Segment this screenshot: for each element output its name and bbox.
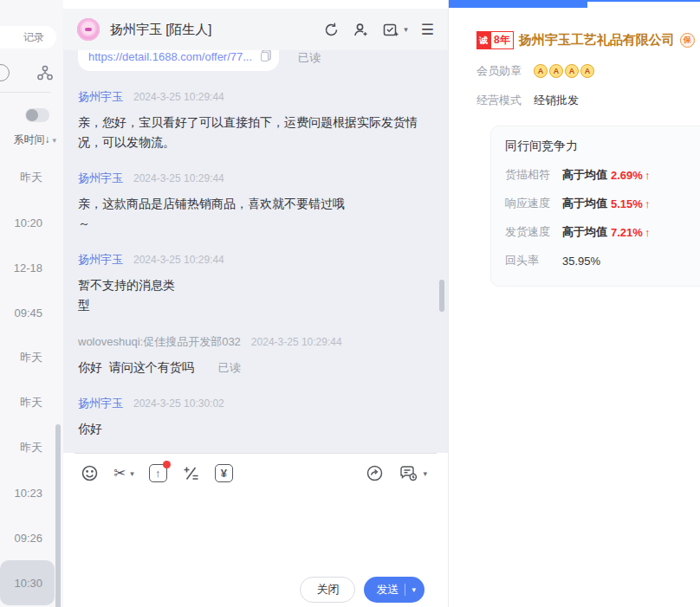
- competition-row: 响应速度 高于均值 5.15% ↑: [505, 196, 696, 211]
- medal-icons: AAAA: [534, 64, 594, 78]
- conversation-time: 09:45: [14, 307, 42, 320]
- upload-file-icon[interactable]: ↑: [149, 464, 167, 482]
- send-button-divider: [405, 584, 405, 596]
- chat-top-strip: [63, 0, 448, 9]
- years-badge-label: 8年: [490, 31, 514, 49]
- conversation-item[interactable]: 09:45: [0, 290, 55, 335]
- close-button-label: 关闭: [316, 582, 339, 597]
- menu-icon[interactable]: ☰: [421, 23, 434, 37]
- conversation-item[interactable]: 昨天: [0, 335, 55, 380]
- competition-title: 同行间竞争力: [505, 139, 696, 154]
- cheng-badge-glyph: 诚: [476, 31, 490, 49]
- message-sender[interactable]: 扬州宇玉: [78, 252, 123, 268]
- message-list: https://detail.1688.com/offer/77... 已读 扬…: [63, 50, 448, 453]
- conversation-time: 10:20: [14, 216, 42, 229]
- conversation-item[interactable]: 09:26: [0, 515, 55, 560]
- message-text: 亲，这款商品是店铺热销商品，喜欢就不要错过哦 ～: [78, 197, 345, 230]
- conversation-time: 10:30: [14, 577, 42, 590]
- metric-value: 5.15%: [611, 197, 643, 210]
- message-time: 2024-3-25 10:29:44: [133, 254, 224, 266]
- message-history-icon[interactable]: [399, 464, 418, 482]
- company-panel: 诚 8年 扬州宇玉工艺礼品有限公司 保 会员勋章 AAAA 经营模式 经销批发 …: [448, 0, 700, 607]
- sidebar-divider: [0, 92, 51, 93]
- medal-row: 会员勋章 AAAA: [476, 63, 700, 79]
- add-person-icon[interactable]: [353, 22, 369, 38]
- chat-title: 扬州宇玉 [陌生人]: [110, 22, 212, 38]
- product-link[interactable]: https://detail.1688.com/offer/77...: [88, 50, 252, 63]
- up-arrow-glyph: ↑: [155, 467, 161, 480]
- message-group: 扬州宇玉 2024-3-25 10:29:44 亲，您好，宝贝看好了可以直接拍下…: [78, 89, 433, 152]
- message-sender[interactable]: 扬州宇玉: [78, 171, 123, 186]
- message-sender[interactable]: woloveshuqi:促佳搜品开发部032: [78, 334, 241, 350]
- forward-send-icon[interactable]: [366, 464, 384, 482]
- message-time: 2024-3-25 10:29:44: [251, 336, 342, 348]
- history-refresh-icon[interactable]: [323, 22, 340, 38]
- metric-prefix: 高于均值: [562, 196, 607, 211]
- conversation-time: 昨天: [20, 350, 42, 365]
- message-time: 2024-3-25 10:29:44: [133, 172, 224, 184]
- conversation-item[interactable]: 昨天: [0, 155, 55, 200]
- message-input[interactable]: [63, 482, 448, 577]
- toggle-knob: [26, 109, 38, 121]
- metric-value: 7.21%: [611, 226, 643, 239]
- app-window: 记录 系时间↓ ▾ 昨天 10:20 1: [0, 0, 700, 607]
- chevron-down-icon[interactable]: ▾: [412, 585, 416, 594]
- mode-value: 经销批发: [534, 93, 579, 108]
- filter-toggle[interactable]: [25, 108, 49, 122]
- sidebar-scrollbar[interactable]: [55, 424, 61, 607]
- close-button[interactable]: 关闭: [300, 577, 355, 603]
- chevron-down-icon[interactable]: ▾: [404, 25, 408, 34]
- chevron-down-icon[interactable]: ▾: [130, 469, 134, 478]
- up-arrow-icon: ↑: [645, 197, 651, 210]
- compose-toolbar: ✂ ▾ ↑ ¥: [63, 454, 448, 482]
- payment-yuan-icon[interactable]: ¥: [215, 464, 233, 482]
- company-row: 诚 8年 扬州宇玉工艺礼品有限公司 保: [476, 31, 700, 49]
- chat-footer: 关闭 发送 ▾: [63, 577, 448, 607]
- emoji-icon[interactable]: [81, 464, 99, 482]
- message-time: 2024-3-25 10:29:44: [133, 91, 224, 103]
- conversation-item[interactable]: 昨天: [0, 425, 55, 470]
- competition-row: 回头率 35.95%: [505, 253, 696, 268]
- search-input-label: 记录: [23, 30, 44, 45]
- send-button[interactable]: 发送 ▾: [364, 577, 425, 603]
- add-task-icon[interactable]: [382, 22, 399, 38]
- conversation-item[interactable]: 10:23: [0, 470, 55, 515]
- conversation-time: 昨天: [20, 395, 42, 410]
- active-tab-indicator: [449, 0, 587, 8]
- conversation-time: 09:26: [14, 532, 42, 545]
- read-status: 已读: [298, 50, 321, 71]
- conversation-item[interactable]: 12-18: [0, 245, 55, 290]
- message-text: 亲，您好，宝贝看好了可以直接拍下，运费问题根据实际发货情况，可以发物流。: [78, 115, 418, 149]
- metric-value: 2.69%: [611, 169, 643, 182]
- conversation-item[interactable]: 10:30: [0, 560, 55, 605]
- message-text: 你好 请问这个有货吗: [78, 360, 194, 374]
- conversation-item[interactable]: 昨天: [0, 380, 55, 425]
- message-text: 暂不支持的消息类 型: [78, 278, 175, 312]
- quick-phrase-icon[interactable]: [182, 464, 200, 482]
- metric-label: 回头率: [505, 253, 562, 268]
- conversation-sidebar: 记录 系时间↓ ▾ 昨天 10:20 1: [0, 0, 63, 607]
- org-share-icon[interactable]: [36, 63, 55, 82]
- contacts-icon[interactable]: [0, 64, 10, 81]
- yuan-glyph: ¥: [221, 467, 227, 480]
- metric-value: 35.95%: [562, 255, 600, 268]
- avatar[interactable]: [77, 18, 100, 41]
- search-input[interactable]: 记录: [0, 26, 56, 48]
- company-name[interactable]: 扬州宇玉工艺礼品有限公司: [519, 32, 675, 48]
- mode-label: 经营模式: [476, 93, 522, 108]
- chevron-down-icon[interactable]: ▾: [423, 469, 427, 478]
- screenshot-scissors-icon[interactable]: ✂: [113, 466, 126, 481]
- guarantee-badge: 保: [680, 33, 695, 48]
- message-sender[interactable]: 扬州宇玉: [78, 396, 123, 411]
- link-message-bubble[interactable]: https://detail.1688.com/offer/77...: [78, 50, 279, 71]
- sort-by-contact-time[interactable]: 系时间↓ ▾: [0, 132, 63, 147]
- sort-label: 系时间↓: [13, 132, 49, 147]
- message-group: 扬州宇玉 2024-3-25 10:29:44 暂不支持的消息类 型: [78, 252, 433, 315]
- copy-icon[interactable]: [261, 52, 269, 61]
- chat-scrollbar[interactable]: [439, 280, 444, 312]
- notification-dot: [163, 461, 171, 468]
- conversation-item[interactable]: 10:20: [0, 200, 55, 245]
- message-sender[interactable]: 扬州宇玉: [78, 89, 123, 105]
- business-mode-row: 经营模式 经销批发: [476, 93, 700, 108]
- gold-medal-icon: A: [565, 64, 579, 78]
